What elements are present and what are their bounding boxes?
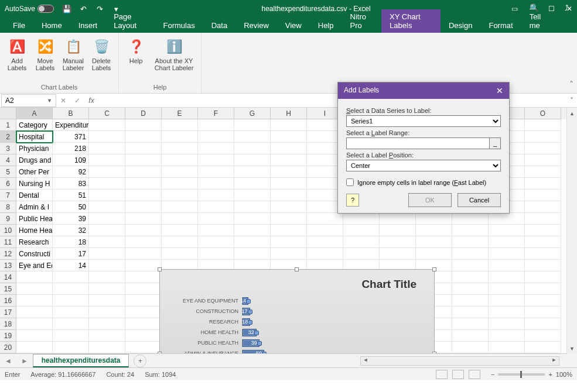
cell[interactable] — [452, 271, 489, 283]
cell[interactable] — [343, 236, 380, 248]
cell[interactable] — [452, 236, 489, 248]
cell[interactable] — [343, 248, 380, 260]
cell[interactable] — [525, 166, 561, 178]
cell[interactable] — [271, 236, 307, 248]
col-header[interactable]: A — [16, 108, 53, 119]
cell[interactable] — [489, 236, 525, 248]
cell[interactable] — [489, 318, 525, 330]
cell[interactable] — [125, 154, 162, 166]
page-break-view-icon[interactable] — [469, 370, 480, 379]
cell[interactable] — [271, 248, 307, 260]
cell[interactable]: 18 — [53, 236, 89, 248]
cell[interactable]: 51 — [53, 190, 89, 201]
cell[interactable] — [525, 260, 561, 271]
cell[interactable] — [525, 236, 561, 248]
row-header[interactable]: 14 — [0, 271, 16, 283]
cell[interactable] — [234, 131, 271, 143]
cell[interactable] — [198, 166, 234, 178]
cell[interactable]: 14 — [53, 260, 89, 271]
name-box[interactable]: A2▼ — [1, 94, 56, 107]
cell[interactable] — [452, 225, 489, 236]
cell[interactable] — [234, 236, 271, 248]
cell[interactable] — [343, 225, 380, 236]
cell[interactable] — [234, 213, 271, 225]
zoom-out-icon[interactable]: − — [491, 371, 494, 378]
zoom-level[interactable]: 100% — [556, 371, 572, 378]
sheet-nav-next-icon[interactable]: ► — [16, 357, 33, 365]
row-header[interactable]: 5 — [0, 166, 16, 178]
tab-review[interactable]: Review — [235, 18, 277, 33]
row-header[interactable]: 15 — [0, 283, 16, 295]
cell[interactable] — [198, 143, 234, 154]
cell[interactable] — [416, 248, 452, 260]
tab-design[interactable]: Design — [441, 18, 480, 33]
cell[interactable] — [16, 271, 53, 283]
delete-labels-button[interactable]: 🗑️ Delete Labels — [88, 35, 115, 74]
cell[interactable] — [452, 213, 489, 225]
cell[interactable] — [125, 166, 162, 178]
row-header[interactable]: 4 — [0, 154, 16, 166]
cell[interactable] — [489, 225, 525, 236]
cell[interactable] — [271, 131, 307, 143]
cell[interactable] — [380, 236, 416, 248]
cell[interactable] — [125, 330, 162, 342]
chart-bar-handle[interactable] — [248, 320, 252, 325]
expand-formula-bar-icon[interactable]: ˅ — [566, 97, 577, 105]
cell[interactable] — [125, 283, 162, 295]
cell[interactable]: Category — [16, 119, 53, 131]
cell[interactable] — [198, 225, 234, 236]
cell[interactable] — [307, 236, 343, 248]
cell[interactable] — [416, 225, 452, 236]
cancel-formula-icon[interactable]: ✕ — [56, 97, 70, 105]
dialog-titlebar[interactable]: Add Labels ✕ — [338, 82, 509, 99]
cell[interactable] — [125, 248, 162, 260]
cell[interactable] — [452, 330, 489, 342]
cell[interactable]: Constructi — [16, 248, 53, 260]
ok-button[interactable]: OK — [408, 193, 452, 207]
cell[interactable] — [452, 295, 489, 307]
col-header[interactable]: B — [53, 108, 89, 119]
cell[interactable] — [271, 166, 307, 178]
col-header[interactable]: D — [125, 108, 162, 119]
cell[interactable] — [525, 330, 561, 342]
cell[interactable] — [125, 295, 162, 307]
col-header[interactable]: H — [271, 108, 307, 119]
cell[interactable] — [125, 318, 162, 330]
chart-bar[interactable]: 18 — [243, 318, 250, 326]
series-select[interactable]: Series1 — [346, 115, 501, 127]
cell[interactable]: Other Per — [16, 166, 53, 178]
chart-bar-handle[interactable] — [262, 352, 267, 354]
cell[interactable]: Physician — [16, 143, 53, 154]
vertical-scrollbar[interactable]: ▲ ▼ — [566, 108, 577, 354]
cell[interactable] — [53, 271, 89, 283]
cell[interactable] — [489, 295, 525, 307]
cell[interactable] — [198, 248, 234, 260]
cell[interactable] — [452, 342, 489, 353]
cell[interactable] — [162, 201, 198, 213]
cell[interactable] — [489, 260, 525, 271]
cell[interactable] — [380, 248, 416, 260]
cell[interactable] — [125, 307, 162, 318]
cell[interactable] — [307, 213, 343, 225]
cell[interactable] — [162, 119, 198, 131]
cell[interactable] — [162, 143, 198, 154]
cell[interactable] — [198, 236, 234, 248]
tab-home[interactable]: Home — [33, 18, 70, 33]
cell[interactable]: Drugs and — [16, 154, 53, 166]
cell[interactable] — [89, 307, 125, 318]
row-header[interactable]: 10 — [0, 225, 16, 236]
sheet-tab[interactable]: healthexpendituresdata — [33, 354, 129, 367]
add-labels-button[interactable]: 🅰️ Add Labels — [4, 35, 30, 74]
cell[interactable] — [271, 201, 307, 213]
scroll-down-icon[interactable]: ▼ — [567, 343, 577, 354]
cell[interactable] — [198, 190, 234, 201]
cell[interactable] — [16, 342, 53, 353]
cell[interactable] — [307, 225, 343, 236]
row-header[interactable]: 17 — [0, 307, 16, 318]
embedded-chart[interactable]: Chart Title EYE AND EQUIPMENT14CONSTRUCT… — [159, 269, 435, 353]
cell[interactable] — [162, 213, 198, 225]
cell[interactable] — [53, 295, 89, 307]
chart-bar[interactable]: 14 — [243, 297, 248, 305]
resize-handle[interactable] — [432, 352, 436, 353]
cell[interactable] — [198, 154, 234, 166]
